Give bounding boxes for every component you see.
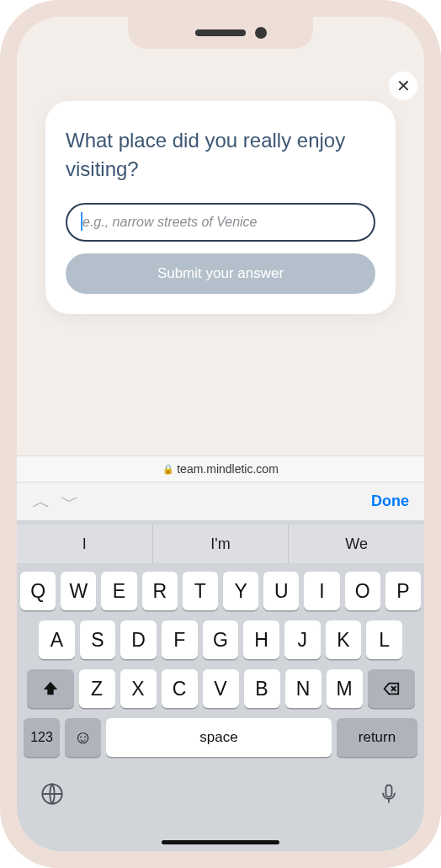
key-j[interactable]: J	[284, 620, 321, 659]
key-w[interactable]: W	[61, 572, 96, 610]
key-rows: QWERTYUIOP ASDFGHJKL ZXCVBNM 123 ☺	[17, 563, 424, 769]
address-bar[interactable]: 🔒 team.mindletic.com	[17, 455, 424, 482]
key-row-2: ASDFGHJKL	[20, 620, 421, 659]
backspace-key[interactable]	[368, 669, 415, 708]
emoji-icon: ☺	[73, 727, 92, 748]
shift-key[interactable]	[27, 669, 74, 708]
emoji-key[interactable]: ☺	[65, 718, 101, 757]
suggestion-item[interactable]: I	[17, 525, 153, 563]
key-e[interactable]: E	[101, 572, 136, 610]
done-button[interactable]: Done	[371, 493, 414, 510]
key-x[interactable]: X	[120, 669, 157, 708]
screen: ✕ What place did you really enjoy visiti…	[17, 17, 424, 851]
key-l[interactable]: L	[366, 620, 402, 659]
keyboard-bottom-row	[17, 769, 424, 812]
text-caret	[81, 212, 82, 231]
key-row-1: QWERTYUIOP	[20, 572, 421, 610]
key-s[interactable]: S	[80, 620, 116, 659]
answer-input-wrap[interactable]	[66, 203, 375, 242]
key-m[interactable]: M	[327, 669, 363, 708]
keyboard: I I'm We QWERTYUIOP ASDFGHJKL ZXCVBNM	[17, 521, 424, 851]
suggestion-item[interactable]: I'm	[153, 525, 290, 563]
svg-rect-1	[386, 785, 392, 797]
key-f[interactable]: F	[162, 620, 198, 659]
close-button[interactable]: ✕	[389, 72, 417, 100]
key-n[interactable]: N	[285, 669, 321, 708]
key-d[interactable]: D	[120, 620, 157, 659]
key-a[interactable]: A	[39, 620, 75, 659]
answer-input[interactable]	[66, 203, 375, 242]
suggestion-bar: I I'm We	[17, 525, 424, 563]
prev-field-arrow-icon[interactable]: ︿	[27, 489, 56, 514]
key-b[interactable]: B	[244, 669, 280, 708]
key-r[interactable]: R	[142, 572, 178, 610]
suggestion-item[interactable]: We	[289, 525, 424, 563]
lock-icon: 🔒	[162, 464, 174, 475]
numbers-key[interactable]: 123	[24, 718, 60, 757]
mic-icon[interactable]	[377, 782, 401, 812]
notch	[128, 17, 313, 49]
key-o[interactable]: O	[345, 572, 380, 610]
key-i[interactable]: I	[304, 572, 339, 610]
address-text: team.mindletic.com	[177, 462, 279, 476]
key-row-4: 123 ☺ space return	[20, 718, 421, 757]
space-key[interactable]: space	[106, 718, 332, 757]
shift-icon	[41, 679, 60, 698]
home-indicator[interactable]	[162, 840, 279, 844]
key-row-3: ZXCVBNM	[20, 669, 421, 708]
backspace-icon	[382, 679, 401, 698]
key-v[interactable]: V	[203, 669, 239, 708]
key-p[interactable]: P	[385, 572, 421, 610]
key-q[interactable]: Q	[20, 572, 56, 610]
front-camera	[255, 27, 267, 39]
next-field-arrow-icon[interactable]: ﹀	[56, 489, 84, 514]
globe-icon[interactable]	[40, 782, 64, 812]
key-h[interactable]: H	[243, 620, 279, 659]
keyboard-accessory-bar: ︿ ﹀ Done	[17, 482, 424, 521]
submit-button[interactable]: Submit your answer	[66, 253, 375, 294]
speaker	[195, 29, 246, 36]
key-g[interactable]: G	[203, 620, 239, 659]
key-y[interactable]: Y	[223, 572, 258, 610]
key-z[interactable]: Z	[79, 669, 115, 708]
close-icon: ✕	[396, 76, 411, 96]
key-c[interactable]: C	[162, 669, 198, 708]
return-key[interactable]: return	[337, 718, 417, 757]
key-k[interactable]: K	[326, 620, 362, 659]
phone-frame: ✕ What place did you really enjoy visiti…	[0, 0, 441, 868]
key-t[interactable]: T	[183, 572, 218, 610]
question-card: What place did you really enjoy visiting…	[45, 101, 396, 314]
question-title: What place did you really enjoy visiting…	[66, 126, 375, 183]
key-u[interactable]: U	[263, 572, 299, 610]
